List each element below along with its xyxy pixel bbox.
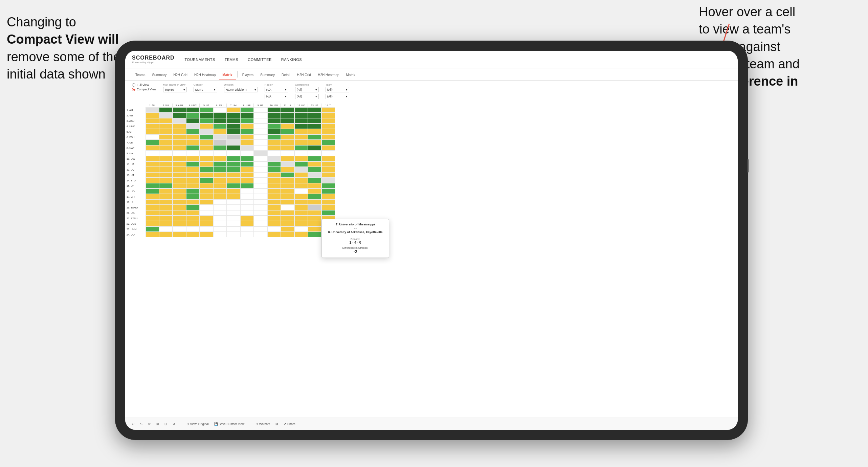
matrix-cell[interactable] xyxy=(146,210,159,216)
matrix-cell[interactable] xyxy=(240,107,254,113)
matrix-cell[interactable] xyxy=(294,210,308,216)
compact-view-option[interactable]: Compact View xyxy=(132,88,156,91)
matrix-cell[interactable] xyxy=(173,210,186,216)
subnav-h2h-heatmap2[interactable]: H2H Heatmap xyxy=(314,70,342,80)
matrix-cell[interactable] xyxy=(159,221,173,226)
matrix-cell[interactable] xyxy=(186,183,200,188)
matrix-cell[interactable] xyxy=(186,172,200,178)
matrix-cell[interactable] xyxy=(308,167,321,172)
matrix-cell[interactable] xyxy=(308,178,321,183)
matrix-cell[interactable] xyxy=(267,151,281,156)
matrix-cell[interactable] xyxy=(321,210,335,216)
matrix-cell[interactable] xyxy=(321,178,335,183)
matrix-cell[interactable] xyxy=(213,129,227,134)
matrix-cell[interactable] xyxy=(146,205,159,210)
matrix-cell[interactable] xyxy=(321,205,335,210)
matrix-cell[interactable] xyxy=(200,178,213,183)
matrix-cell[interactable] xyxy=(254,221,267,226)
matrix-cell[interactable] xyxy=(213,167,227,172)
matrix-cell[interactable] xyxy=(294,199,308,205)
matrix-cell[interactable] xyxy=(213,188,227,194)
matrix-cell[interactable] xyxy=(200,232,213,237)
matrix-cell[interactable] xyxy=(308,199,321,205)
matrix-cell[interactable] xyxy=(294,216,308,221)
matrix-cell[interactable] xyxy=(281,167,294,172)
matrix-cell[interactable] xyxy=(146,113,159,118)
matrix-cell[interactable] xyxy=(294,124,308,129)
toolbar-undo[interactable]: ↩ xyxy=(132,422,135,426)
matrix-cell[interactable] xyxy=(254,107,267,113)
matrix-cell[interactable] xyxy=(281,216,294,221)
matrix-cell[interactable] xyxy=(267,205,281,210)
toolbar-share[interactable]: ↗ Share xyxy=(284,422,295,426)
matrix-cell[interactable] xyxy=(227,188,240,194)
matrix-cell[interactable] xyxy=(227,134,240,140)
matrix-cell[interactable] xyxy=(159,107,173,113)
matrix-cell[interactable] xyxy=(254,172,267,178)
matrix-cell[interactable] xyxy=(294,134,308,140)
matrix-cell[interactable] xyxy=(308,194,321,199)
matrix-cell[interactable] xyxy=(200,188,213,194)
matrix-cell[interactable] xyxy=(294,178,308,183)
matrix-cell[interactable] xyxy=(173,194,186,199)
matrix-cell[interactable] xyxy=(146,183,159,188)
matrix-cell[interactable] xyxy=(281,232,294,237)
matrix-cell[interactable] xyxy=(227,221,240,226)
matrix-cell[interactable] xyxy=(308,107,321,113)
matrix-cell[interactable] xyxy=(146,188,159,194)
filter-division-select[interactable]: NCAA Division I ▾ xyxy=(224,87,258,92)
matrix-cell[interactable] xyxy=(227,156,240,161)
matrix-cell[interactable] xyxy=(240,183,254,188)
matrix-cell[interactable] xyxy=(294,151,308,156)
matrix-cell[interactable] xyxy=(294,118,308,124)
matrix-cell[interactable] xyxy=(294,145,308,151)
matrix-cell[interactable] xyxy=(294,167,308,172)
matrix-cell[interactable] xyxy=(240,113,254,118)
matrix-cell[interactable] xyxy=(227,140,240,145)
matrix-cell[interactable] xyxy=(267,113,281,118)
matrix-cell[interactable] xyxy=(227,161,240,167)
matrix-area[interactable]: 1. AU 2. VU 3. ASU 4. UNC 5. UT 6. FSU 7… xyxy=(125,102,738,418)
matrix-cell[interactable] xyxy=(254,232,267,237)
matrix-cell[interactable] xyxy=(186,113,200,118)
matrix-cell[interactable] xyxy=(146,145,159,151)
matrix-cell[interactable] xyxy=(200,129,213,134)
matrix-cell[interactable] xyxy=(186,161,200,167)
matrix-cell[interactable] xyxy=(200,156,213,161)
matrix-cell[interactable] xyxy=(294,232,308,237)
matrix-cell[interactable] xyxy=(186,134,200,140)
matrix-cell[interactable] xyxy=(213,113,227,118)
matrix-cell[interactable] xyxy=(308,151,321,156)
matrix-cell[interactable] xyxy=(321,199,335,205)
matrix-cell[interactable] xyxy=(254,167,267,172)
matrix-cell[interactable] xyxy=(186,107,200,113)
matrix-cell[interactable] xyxy=(173,178,186,183)
matrix-cell[interactable] xyxy=(240,172,254,178)
subnav-h2h-grid1[interactable]: H2H Grid xyxy=(170,70,191,80)
matrix-cell[interactable] xyxy=(200,118,213,124)
matrix-cell[interactable] xyxy=(146,194,159,199)
matrix-cell[interactable] xyxy=(146,156,159,161)
filter-team-select1[interactable]: (All) ▾ xyxy=(326,87,349,92)
matrix-cell[interactable] xyxy=(213,216,227,221)
matrix-cell[interactable] xyxy=(227,145,240,151)
filter-gender-select[interactable]: Men's ▾ xyxy=(194,87,217,92)
matrix-cell[interactable] xyxy=(267,167,281,172)
matrix-cell[interactable] xyxy=(186,232,200,237)
matrix-cell[interactable] xyxy=(173,156,186,161)
matrix-cell[interactable] xyxy=(321,156,335,161)
matrix-cell[interactable] xyxy=(200,113,213,118)
subnav-h2h-grid2[interactable]: H2H Grid xyxy=(293,70,314,80)
matrix-cell[interactable] xyxy=(308,226,321,232)
subnav-summary2[interactable]: Summary xyxy=(257,70,278,80)
matrix-cell[interactable] xyxy=(146,226,159,232)
matrix-cell[interactable] xyxy=(281,183,294,188)
matrix-cell[interactable] xyxy=(159,167,173,172)
matrix-cell[interactable] xyxy=(321,107,335,113)
matrix-cell[interactable] xyxy=(254,145,267,151)
matrix-cell[interactable] xyxy=(200,134,213,140)
matrix-cell[interactable] xyxy=(281,145,294,151)
matrix-cell[interactable] xyxy=(159,129,173,134)
matrix-cell[interactable] xyxy=(294,194,308,199)
matrix-cell[interactable] xyxy=(173,205,186,210)
